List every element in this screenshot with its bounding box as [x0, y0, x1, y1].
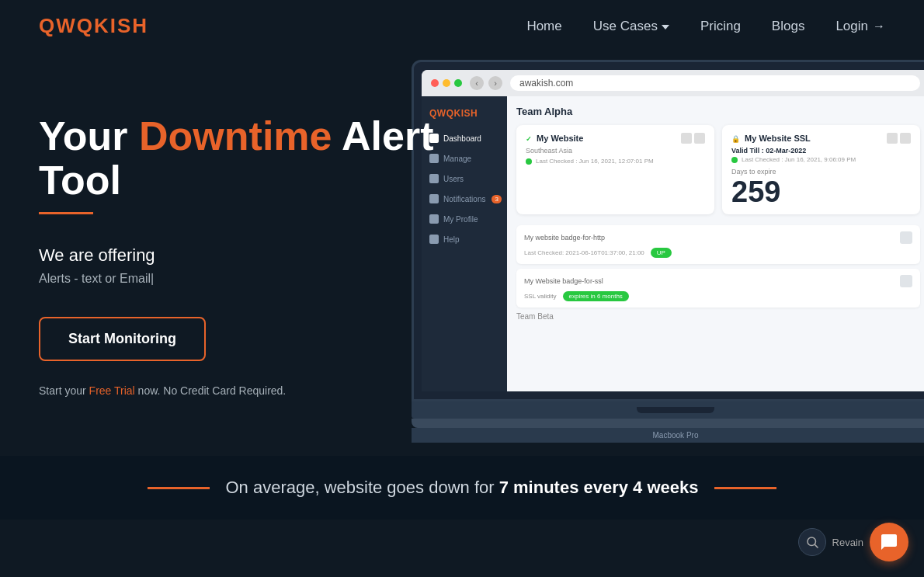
nav-item-blogs[interactable]: Blogs: [772, 19, 805, 34]
hero-section: Your Downtime Alert Tool We are offering…: [0, 52, 924, 456]
hero-content: Your Downtime Alert Tool We are offering…: [39, 99, 474, 397]
nav-item-login[interactable]: Login →: [835, 19, 885, 34]
free-trial-text: Start your Free Trial now. No Credit Car…: [39, 384, 474, 397]
chevron-down-icon: [662, 25, 669, 30]
ssl-settings-icon[interactable]: [900, 133, 911, 144]
svg-point-0: [808, 537, 816, 546]
website-card-name: ✓ My Website: [526, 134, 583, 143]
website-card: ✓ My Website Southeast Asia: [516, 125, 714, 214]
forward-button[interactable]: ›: [488, 76, 502, 90]
team-beta-label: Team Beta: [516, 312, 920, 321]
nav-link-blogs[interactable]: Blogs: [772, 19, 805, 33]
laptop-hinge: [637, 407, 714, 413]
nav-link-use-cases[interactable]: Use Cases: [593, 19, 669, 34]
nav-link-pricing[interactable]: Pricing: [700, 19, 741, 33]
website-last-checked: Last Checked : Jun 16, 2021, 12:07:01 PM: [536, 158, 654, 165]
days-expire-label: Days to expire: [731, 168, 911, 176]
website-region: Southeast Asia: [526, 147, 705, 155]
team-alpha-title: Team Alpha: [516, 106, 920, 117]
nav-item-use-cases[interactable]: Use Cases: [593, 19, 669, 34]
badge-ssl-status-row: SSL validity expires in 6 months: [524, 291, 912, 301]
badge-list: My website badge-for-http Last Checked: …: [516, 225, 920, 308]
ssl-validity-label: SSL validity: [524, 293, 557, 300]
dashboard: QWQKISH Dashboard Manage U: [422, 96, 924, 391]
website-status: Last Checked : Jun 16, 2021, 12:07:01 PM: [526, 158, 705, 165]
ssl-card-header: 🔒 My Website SSL: [731, 133, 911, 144]
nav-link-login[interactable]: Login →: [835, 19, 885, 34]
laptop-label: Macbook Pro: [412, 428, 924, 443]
hero-title: Your Downtime Alert Tool: [39, 114, 474, 203]
days-expire-section: Days to expire 259: [731, 168, 911, 207]
revain-search-icon[interactable]: [798, 528, 826, 556]
laptop-stand: [412, 419, 924, 428]
hero-image: ‹ › awakish.com QWQKISH Dashboard: [412, 60, 924, 443]
browser-dots: [431, 79, 462, 87]
logo: QWQKISH: [39, 14, 148, 38]
dashboard-main: Team Alpha ✓ My Website: [507, 96, 924, 391]
bottom-banner: On average, website goes down for 7 minu…: [0, 456, 924, 520]
ssl-card-icons: [887, 133, 911, 144]
ssl-card-name: 🔒 My Website SSL: [731, 134, 811, 143]
free-trial-link[interactable]: Free Trial: [89, 384, 135, 397]
laptop-screen: ‹ › awakish.com QWQKISH Dashboard: [412, 60, 924, 401]
badge-ssl-name: My Website badge-for-ssl: [524, 277, 603, 285]
nav-links: Home Use Cases Pricing Blogs Login →: [526, 19, 885, 34]
svg-line-1: [815, 544, 818, 547]
badge-ssl-edit-icon[interactable]: [900, 275, 912, 287]
close-dot: [431, 79, 439, 87]
login-arrow-icon: →: [873, 19, 885, 33]
badge-ssl-item: My Website badge-for-ssl SSL validity ex…: [516, 269, 920, 308]
nav-item-home[interactable]: Home: [526, 19, 561, 34]
website-card-header: ✓ My Website: [526, 133, 705, 144]
nav-item-pricing[interactable]: Pricing: [700, 19, 741, 34]
ssl-valid-date: Valid Till : 02-Mar-2022: [731, 147, 911, 155]
status-green-dot: [526, 158, 532, 165]
badge-http-checked: Last Checked: 2021-06-16T01:37:00, 21:00: [524, 249, 644, 256]
ssl-status-dot: [731, 157, 738, 163]
settings-icon[interactable]: [694, 133, 705, 144]
badge-http-header: My website badge-for-http: [524, 231, 912, 244]
ssl-edit-icon[interactable]: [887, 133, 898, 144]
browser-window: ‹ › awakish.com QWQKISH Dashboard: [422, 70, 924, 391]
days-number: 259: [731, 177, 911, 207]
badge-edit-icon[interactable]: [900, 231, 912, 244]
badge-ssl-header: My Website badge-for-ssl: [524, 275, 912, 287]
banner-line-right: [714, 487, 776, 489]
navbar: QWQKISH Home Use Cases Pricing Blogs Log…: [0, 0, 924, 52]
dashboard-cards: ✓ My Website Southeast Asia: [516, 125, 920, 214]
banner-text: On average, website goes down for 7 minu…: [225, 478, 698, 498]
back-button[interactable]: ‹: [470, 76, 484, 90]
revain-chat-button[interactable]: [870, 523, 908, 561]
edit-icon[interactable]: [681, 133, 692, 144]
banner-line-left: [148, 487, 210, 489]
revain-widget: Revain: [798, 523, 908, 561]
notification-badge: 3: [492, 195, 501, 203]
nav-link-home[interactable]: Home: [526, 19, 561, 33]
badge-http-status: UP: [651, 248, 672, 258]
revain-label: Revain: [832, 537, 863, 548]
badge-http-name: My website badge-for-http: [524, 234, 605, 242]
address-bar[interactable]: awakish.com: [510, 75, 920, 91]
laptop-mockup: ‹ › awakish.com QWQKISH Dashboard: [412, 60, 924, 443]
start-monitoring-button[interactable]: Start Monitoring: [39, 317, 206, 361]
badge-http-status-row: Last Checked: 2021-06-16T01:37:00, 21:00…: [524, 248, 912, 258]
ssl-expires-badge: expires in 6 months: [563, 291, 629, 301]
laptop-base: [412, 401, 924, 419]
minimize-dot: [443, 79, 450, 87]
ssl-card: 🔒 My Website SSL Valid Till : 0: [722, 125, 920, 214]
maximize-dot: [454, 79, 462, 87]
hero-offering: We are offering: [39, 245, 474, 266]
hero-underline: [39, 212, 93, 214]
browser-bar: ‹ › awakish.com: [422, 70, 924, 96]
badge-http-item: My website badge-for-http Last Checked: …: [516, 225, 920, 264]
ssl-last-checked: Last Checked : Jun 16, 2021, 9:06:09 PM: [742, 156, 856, 163]
browser-nav-buttons: ‹ ›: [470, 76, 502, 90]
ssl-status: Last Checked : Jun 16, 2021, 9:06:09 PM: [731, 156, 911, 163]
hero-alerts-text: Alerts - text or Email|: [39, 272, 474, 286]
website-card-icons: [681, 133, 705, 144]
